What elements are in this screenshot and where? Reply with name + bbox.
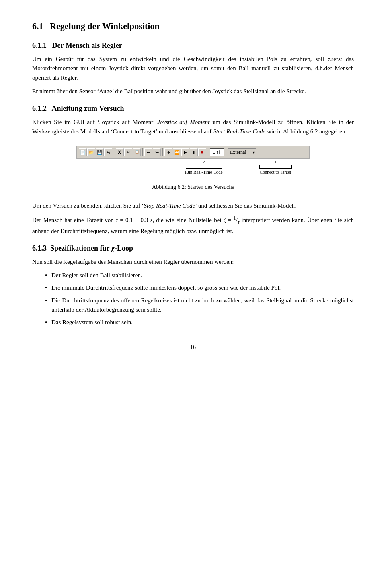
subsection-title-3: 6.1.3 Spezifikationen für χ-Loop (32, 243, 354, 254)
section-title: 6.1 Regelung der Winkelposition (32, 19, 354, 33)
spezifikationen-list: Der Regler soll den Ball stabilisieren. … (45, 271, 354, 327)
toolbar-redo-icon[interactable]: ↪ (153, 148, 161, 156)
toolbar-paste-icon[interactable]: 📋 (133, 148, 141, 156)
sim-time-display: inf (210, 148, 224, 156)
toolbar-open-icon[interactable]: 📂 (87, 148, 95, 156)
subsection-title-1: 6.1.1 Der Mensch als Regler (32, 40, 354, 51)
toolbar-annotations: 2 Run Real-Time Code 1 Connect to Target (76, 159, 310, 179)
toolbar-print-icon[interactable]: 🖨 (104, 148, 112, 156)
toolbar-step-back-icon[interactable]: ⏪ (173, 148, 181, 156)
toolbar-save-icon[interactable]: 💾 (96, 148, 104, 156)
toolbar-cut-icon[interactable] (116, 148, 124, 156)
figure-caption: Abbildung 6.2: Starten des Versuchs (152, 183, 234, 192)
toolbar-sep-5 (226, 148, 226, 156)
paragraph-anleitung-1: Klicken Sie im GUI auf ‘Joystick auf Mom… (32, 118, 354, 137)
paragraph-mensch-1: Um ein Gespür für das System zu entwicke… (32, 55, 354, 83)
toolbar-copy-icon[interactable]: ⧉ (124, 148, 132, 156)
annotation-run-rtc: 2 Run Real-Time Code (185, 159, 223, 176)
list-item-2: Die minimale Durchtrittsfrequenz sollte … (45, 283, 354, 292)
annotation-connect-target: 1 Connect to Target (259, 159, 292, 176)
paragraph-spez-intro: Nun soll die Regelaufgabe des Menschen d… (32, 257, 354, 267)
paragraph-beenden: Um den Versuch zu beenden, klicken Sie a… (32, 201, 354, 210)
toolbar-row-main: 📄 📂 💾 🖨 ⧉ 📋 ↩ ↪ ⏮ ⏪ ▶ ⏸ (78, 147, 308, 157)
list-item-1: Der Regler soll den Ball stabilisieren. (45, 271, 354, 280)
toolbar-play-icon[interactable]: ▶ (181, 148, 189, 156)
toolbar-new-icon[interactable]: 📄 (79, 148, 87, 156)
toolbar-undo-icon[interactable]: ↩ (144, 148, 152, 156)
toolbar-rewind-icon[interactable]: ⏮ (164, 148, 172, 156)
toolbar-sep-4 (208, 148, 208, 156)
list-item-3: Die Durchtrittsfrequenz des offenen Rege… (45, 296, 354, 315)
paragraph-mensch-2: Er nimmt über den Sensor ‘Auge’ die Ball… (32, 87, 354, 96)
toolbar-sep-1 (114, 148, 114, 156)
toolbar-stop-icon[interactable]: ■ (198, 148, 206, 156)
list-item-4: Das Regelsystem soll robust sein. (45, 318, 354, 327)
paragraph-totzeit: Der Mensch hat eine Totzeit von τ = 0.1 … (32, 214, 354, 236)
external-dropdown[interactable]: External (228, 148, 256, 156)
subsection-title-2: 6.1.2 Anleitung zum Versuch (32, 103, 354, 114)
page-number: 16 (32, 343, 354, 352)
toolbar-sep-2 (142, 148, 143, 156)
figure-6-2: 📄 📂 💾 🖨 ⧉ 📋 ↩ ↪ ⏮ ⏪ ▶ ⏸ (32, 146, 354, 192)
toolbar-sep-3 (162, 148, 163, 156)
simulink-toolbar: 📄 📂 💾 🖨 ⧉ 📋 ↩ ↪ ⏮ ⏪ ▶ ⏸ (76, 146, 310, 159)
toolbar-pause-icon[interactable]: ⏸ (190, 148, 198, 156)
